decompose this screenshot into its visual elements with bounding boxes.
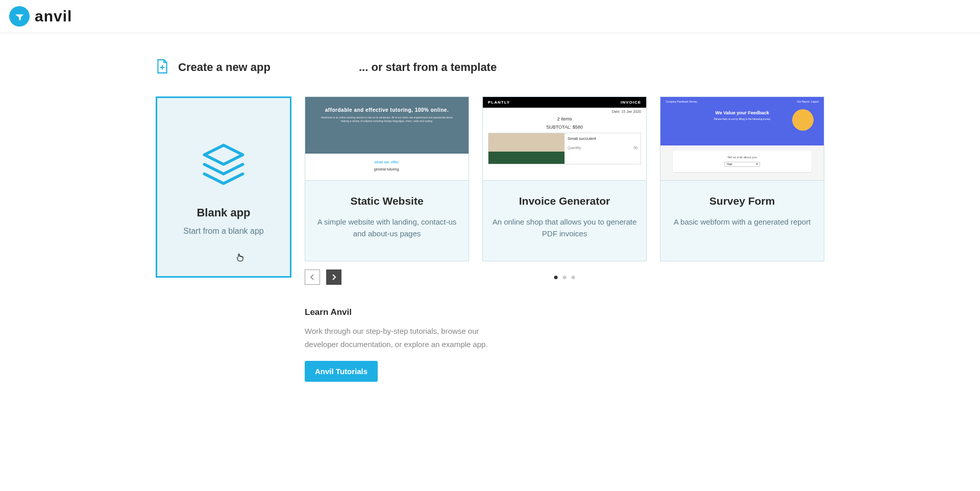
carousel-dot-1[interactable] bbox=[554, 276, 558, 279]
preview-qty: 50 bbox=[633, 146, 638, 150]
carousel-next-button[interactable] bbox=[326, 269, 341, 285]
carousel-prev-button[interactable] bbox=[305, 269, 320, 285]
preview-subtotal: SUBTOTAL: $580 bbox=[483, 124, 646, 133]
preview-items: 2 items bbox=[483, 114, 646, 124]
preview-section-sub: general tutoring. bbox=[305, 167, 469, 171]
template-preview: PLANTLY INVOICE Date: 15 Jan 2020 2 item… bbox=[483, 97, 646, 180]
template-desc: A basic webform with a generated report bbox=[670, 216, 815, 228]
preview-qty-label: Quantity: bbox=[568, 146, 582, 150]
preview-section: what we offer. bbox=[305, 160, 469, 164]
template-title: Static Website bbox=[314, 195, 459, 207]
new-file-icon bbox=[156, 59, 169, 76]
main-container: Create a new app ... or start from a tem… bbox=[112, 33, 868, 407]
chevron-right-icon bbox=[331, 274, 336, 281]
topbar: anvil bbox=[0, 0, 980, 33]
anvil-tutorials-button[interactable]: Anvil Tutorials bbox=[305, 361, 378, 382]
preview-blurb: Newclone is an online tutoring service t… bbox=[305, 116, 469, 123]
template-card-invoice-generator[interactable]: PLANTLY INVOICE Date: 15 Jan 2020 2 item… bbox=[482, 96, 647, 261]
carousel-dot-2[interactable] bbox=[563, 276, 567, 279]
template-title: Invoice Generator bbox=[492, 195, 637, 207]
preview-card-label: Tell us a bit about you bbox=[678, 156, 806, 159]
preview-topbar-r1: Get Report bbox=[797, 100, 809, 103]
learn-desc: Work through our step-by-step tutorials,… bbox=[305, 325, 509, 351]
preview-avatar bbox=[792, 109, 814, 131]
learn-section: Learn Anvil Work through our step-by-ste… bbox=[305, 307, 824, 382]
template-desc: An online shop that allows you to genera… bbox=[492, 216, 637, 239]
template-preview: Company Feedback Survey Get Report Logou… bbox=[660, 97, 824, 180]
template-card-static-website[interactable]: affordable and effective tutoring, 100% … bbox=[305, 96, 469, 261]
create-header: Create a new app bbox=[178, 61, 271, 74]
carousel-dots bbox=[554, 276, 575, 279]
preview-label: INVOICE bbox=[621, 100, 641, 105]
svg-marker-2 bbox=[205, 145, 243, 164]
preview-select: Age bbox=[724, 162, 760, 167]
brand-text: anvil bbox=[35, 8, 72, 25]
preview-product: Small succulent bbox=[568, 136, 638, 141]
blank-subtitle: Start from a blank app bbox=[183, 227, 263, 236]
template-desc: A simple website with landing, contact-u… bbox=[314, 216, 459, 239]
preview-topbar-left: Company Feedback Survey bbox=[666, 100, 697, 103]
preview-date: Date: 15 Jan 2020 bbox=[483, 108, 646, 114]
template-header: ... or start from a template bbox=[359, 61, 497, 74]
preview-brand: PLANTLY bbox=[488, 100, 510, 105]
preview-product-image bbox=[488, 133, 565, 164]
chevron-left-icon bbox=[310, 274, 315, 281]
layers-icon bbox=[198, 139, 249, 192]
logo[interactable]: anvil bbox=[9, 6, 72, 27]
preview-topbar-r2: Logout bbox=[811, 100, 819, 103]
template-card-survey-form[interactable]: Company Feedback Survey Get Report Logou… bbox=[660, 96, 824, 261]
template-title: Survey Form bbox=[670, 195, 815, 207]
carousel-dot-3[interactable] bbox=[572, 276, 575, 279]
cursor-icon bbox=[235, 253, 244, 264]
blank-title: Blank app bbox=[197, 206, 250, 219]
blank-app-card[interactable]: Blank app Start from a blank app bbox=[156, 96, 291, 278]
logo-icon bbox=[9, 6, 30, 27]
learn-title: Learn Anvil bbox=[305, 307, 824, 317]
template-preview: affordable and effective tutoring, 100% … bbox=[305, 97, 469, 180]
preview-headline: affordable and effective tutoring, 100% … bbox=[305, 107, 469, 113]
